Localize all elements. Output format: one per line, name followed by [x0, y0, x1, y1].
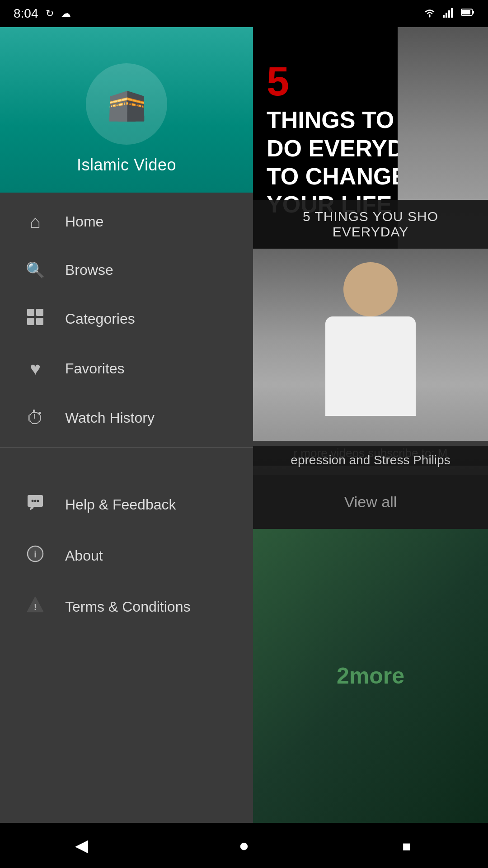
warning-icon: !: [22, 596, 49, 618]
wifi-icon: [423, 7, 436, 20]
app-name: Islamic Video: [77, 156, 176, 175]
drawer-header: 🕋 Islamic Video: [0, 27, 253, 193]
kaaba-icon: 🕋: [107, 85, 146, 123]
view-all-area[interactable]: View all: [253, 475, 488, 529]
status-bar-left: 8:04 ↻ ☁: [14, 6, 71, 21]
sidebar-item-home[interactable]: ⌂ Home: [0, 197, 253, 246]
drawer-spacer: [0, 452, 253, 479]
sidebar-item-about-label: About: [65, 547, 103, 564]
search-icon: 🔍: [22, 261, 49, 279]
back-arrow-icon: [75, 835, 88, 855]
sidebar-item-categories-label: Categories: [65, 311, 135, 327]
status-time: 8:04: [14, 6, 38, 21]
app-logo-circle: 🕋: [86, 63, 167, 145]
bottom-thumb-text: 2more: [337, 663, 404, 689]
sidebar-item-terms-label: Terms & Conditions: [65, 599, 190, 615]
svg-rect-20: [462, 10, 470, 14]
status-bar: 8:04 ↻ ☁: [0, 0, 488, 27]
back-button[interactable]: [54, 827, 108, 863]
sidebar-item-help-feedback[interactable]: Help & Feedback: [0, 479, 253, 530]
sidebar-item-watch-history[interactable]: ⏱ Watch History: [0, 393, 253, 443]
svg-rect-0: [27, 309, 34, 316]
video1-title: 5 THINGS YOU SHO EVERYDAY: [253, 200, 488, 249]
clock-icon: ⏱: [22, 408, 49, 428]
drawer-nav: ⌂ Home 🔍 Browse Categories ♥ Favorites: [0, 193, 253, 823]
sidebar-item-categories[interactable]: Categories: [0, 293, 253, 344]
sidebar-item-browse[interactable]: 🔍 Browse: [0, 246, 253, 293]
grid-icon: [22, 308, 49, 330]
svg-text:!: !: [34, 603, 37, 612]
sync-icon: ↻: [46, 8, 54, 19]
sidebar-item-favorites-label: Favorites: [65, 360, 125, 377]
svg-point-5: [32, 500, 34, 502]
svg-rect-3: [36, 318, 43, 325]
sidebar-item-help-feedback-label: Help & Feedback: [65, 496, 176, 513]
video-thumbnail-2[interactable]: r more videos subscribe to: M epression …: [253, 249, 488, 475]
sidebar-item-about[interactable]: i About: [0, 530, 253, 581]
svg-text:i: i: [34, 549, 37, 559]
svg-point-7: [37, 500, 39, 502]
recent-apps-icon: [402, 836, 411, 855]
home-circle-icon: [239, 836, 249, 855]
video-thumbnail-1[interactable]: 5 THINGS TO DO EVERYDAY TO CHANGE YOUR L…: [253, 27, 488, 249]
bottom-thumbnail[interactable]: 2more: [253, 529, 488, 823]
info-icon: i: [22, 545, 49, 567]
heart-icon: ♥: [22, 359, 49, 379]
sidebar-item-favorites[interactable]: ♥ Favorites: [0, 344, 253, 393]
sidebar-item-browse-label: Browse: [65, 262, 113, 278]
battery-icon: [461, 8, 474, 19]
svg-rect-14: [443, 15, 445, 18]
status-bar-right: [423, 7, 474, 20]
nav-bar: [0, 823, 488, 868]
svg-rect-16: [448, 10, 450, 18]
svg-rect-15: [446, 13, 447, 18]
svg-rect-1: [36, 309, 43, 316]
recent-apps-button[interactable]: [380, 827, 434, 863]
svg-rect-19: [472, 11, 474, 14]
home-button[interactable]: [217, 827, 271, 863]
drawer-divider: [0, 447, 253, 448]
signal-icon: [443, 7, 455, 20]
cloud-icon: ☁: [61, 8, 71, 19]
sidebar-item-watch-history-label: Watch History: [65, 410, 155, 426]
sidebar-item-terms[interactable]: ! Terms & Conditions: [0, 581, 253, 632]
sidebar-item-home-label: Home: [65, 213, 103, 230]
svg-rect-2: [27, 318, 34, 325]
right-panel: 5 THINGS TO DO EVERYDAY TO CHANGE YOUR L…: [253, 0, 488, 823]
svg-rect-17: [451, 8, 453, 18]
home-icon: ⌂: [22, 212, 49, 232]
svg-point-6: [34, 500, 37, 502]
view-all-text: View all: [344, 493, 397, 511]
svg-marker-8: [30, 507, 34, 510]
video2-title: epression and Stress Philips: [253, 446, 488, 475]
message-icon: [22, 494, 49, 516]
navigation-drawer: 🕋 Islamic Video ⌂ Home 🔍 Browse C: [0, 0, 253, 823]
